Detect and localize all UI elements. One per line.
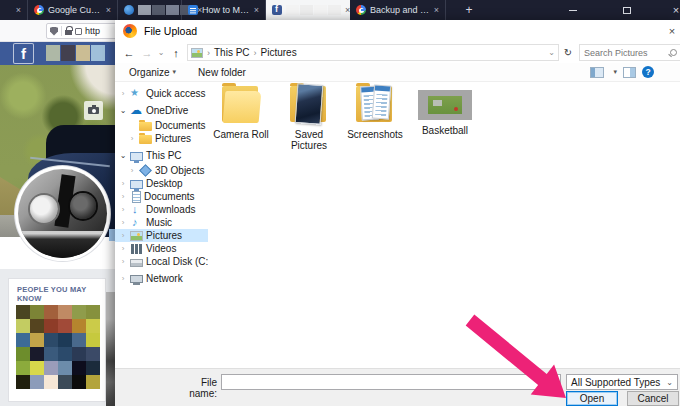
view-caret-icon[interactable]: ▾ — [613, 68, 617, 76]
tree-label: Videos — [146, 243, 176, 254]
browser-toolbar: http — [0, 20, 115, 42]
tab-close-icon[interactable]: × — [16, 6, 21, 15]
window-maximize-button[interactable] — [610, 0, 644, 20]
tree-label: Desktop — [146, 178, 183, 189]
expander-icon[interactable]: › — [128, 166, 136, 175]
tree-item-pictures-selected[interactable]: › Pictures — [115, 229, 208, 242]
search-box[interactable] — [579, 44, 680, 61]
expander-icon[interactable]: › — [119, 274, 127, 283]
browser-tab-bar: × Google Custom Search × × How to Move P… — [0, 0, 680, 20]
dialog-close-icon[interactable]: × — [665, 25, 679, 37]
blurred-suggested-friend-photo[interactable] — [16, 305, 100, 389]
tree-item-documents[interactable]: › Documents — [115, 190, 208, 203]
facebook-header-bar: f — [0, 42, 115, 65]
image-thumbnail — [418, 90, 472, 120]
address-breadcrumb-bar[interactable]: › This PC › Pictures ⌄ — [187, 44, 559, 61]
expander-icon[interactable]: › — [119, 192, 127, 201]
tree-item-this-pc[interactable]: ⌄ This PC — [115, 149, 208, 162]
expander-icon[interactable]: › — [119, 257, 127, 266]
dialog-command-toolbar: Organize ▾ New folder ▾ ? — [115, 63, 680, 82]
folder-camera-roll[interactable]: Camera Roll — [209, 82, 273, 140]
refresh-icon[interactable]: ↻ — [560, 47, 576, 58]
desktop-icon — [130, 180, 143, 189]
url-text: http — [85, 26, 100, 36]
search-icon — [670, 49, 677, 56]
tab-close-icon[interactable]: × — [254, 6, 259, 15]
tree-item-onedrive[interactable]: ⌄ OneDrive — [115, 104, 208, 117]
folder-screenshots[interactable]: Screenshots — [343, 82, 407, 140]
tree-item-quick-access[interactable]: › Quick access — [115, 87, 208, 100]
tab-facebook-active[interactable]: × — [266, 0, 350, 20]
url-bar[interactable]: http — [46, 23, 118, 39]
expander-icon[interactable]: › — [119, 89, 127, 98]
back-button[interactable]: ← — [119, 47, 139, 59]
expander-icon[interactable]: › — [119, 205, 127, 214]
up-button[interactable]: ↑ — [167, 47, 185, 59]
expander-icon[interactable]: ⌄ — [119, 151, 127, 160]
tree-item-onedrive-documents[interactable]: Documents — [115, 119, 208, 132]
search-input[interactable] — [584, 48, 670, 58]
tree-label: 3D Objects — [155, 165, 204, 176]
address-dropdown-icon[interactable]: ⌄ — [548, 48, 555, 57]
lock-icon[interactable] — [65, 30, 72, 35]
help-icon[interactable]: ? — [642, 66, 654, 78]
profile-picture[interactable] — [15, 166, 110, 261]
tab-close-icon[interactable]: × — [106, 6, 111, 15]
tree-item-videos[interactable]: › Videos — [115, 242, 208, 255]
tree-label: Music — [146, 217, 172, 228]
file-name-input[interactable] — [221, 374, 561, 390]
tree-item-local-disk-c[interactable]: › Local Disk (C:) — [115, 255, 208, 268]
new-folder-button[interactable]: New folder — [198, 67, 246, 78]
tree-item-desktop[interactable]: › Desktop — [115, 177, 208, 190]
new-tab-button[interactable]: + — [456, 0, 482, 20]
organize-button[interactable]: Organize — [129, 67, 170, 78]
folder-saved-pictures[interactable]: Saved Pictures — [277, 82, 341, 151]
preview-pane-icon[interactable] — [623, 67, 636, 78]
people-you-may-know-card: PEOPLE YOU MAY KNOW — [8, 278, 106, 402]
tab-close-icon[interactable]: × — [434, 6, 439, 15]
tab-title: Google Custom Search — [48, 5, 102, 15]
network-icon — [130, 275, 143, 283]
permissions-icon[interactable] — [75, 28, 82, 35]
tree-item-onedrive-pictures[interactable]: › Pictures — [115, 132, 208, 145]
breadcrumb-this-pc[interactable]: This PC — [214, 47, 250, 58]
tree-label: Local Disk (C:) — [146, 256, 208, 267]
tree-item-3d-objects[interactable]: › 3D Objects — [115, 164, 208, 177]
forward-button[interactable]: → — [139, 47, 155, 59]
tab-google-custom-search[interactable]: Google Custom Search × — [28, 0, 118, 20]
file-type-dropdown[interactable]: All Supported Types ⌄ — [566, 374, 678, 390]
tab-backup-and-delete[interactable]: Backup and Delete iPhon × — [350, 0, 446, 20]
dialog-navigation-bar: ← → ⌄ ↑ › This PC › Pictures ⌄ ↻ — [115, 42, 680, 63]
open-button[interactable]: Open — [566, 391, 618, 406]
expander-icon[interactable]: › — [119, 179, 127, 188]
tracking-shield-icon[interactable] — [50, 27, 58, 36]
window-minimize-button[interactable] — [556, 0, 590, 20]
image-basketball[interactable]: Basketball — [413, 82, 477, 136]
breadcrumb-pictures[interactable]: Pictures — [261, 47, 297, 58]
tab-partial[interactable]: × — [0, 0, 28, 20]
window-close-button[interactable]: × — [664, 0, 680, 20]
change-view-icon[interactable] — [590, 67, 604, 78]
facebook-page: f PEOPLE YOU MAY KNOW — [0, 42, 115, 406]
tree-item-music[interactable]: › Music — [115, 216, 208, 229]
tree-item-downloads[interactable]: › Downloads — [115, 203, 208, 216]
expander-icon[interactable]: › — [119, 218, 127, 227]
firefox-icon — [123, 24, 137, 38]
document-favicon-icon — [188, 5, 198, 15]
facebook-logo[interactable]: f — [13, 43, 34, 64]
tab-how-to-move-photos[interactable]: How to Move Photos to × — [182, 0, 266, 20]
tree-label: OneDrive — [146, 105, 188, 116]
recent-locations-dropdown-icon[interactable]: ⌄ — [155, 48, 167, 57]
expander-icon[interactable]: › — [119, 231, 127, 240]
expander-icon[interactable]: ⌄ — [119, 106, 127, 115]
expander-icon[interactable]: › — [119, 244, 127, 253]
cancel-button[interactable]: Cancel — [627, 391, 679, 406]
update-cover-photo-camera-icon[interactable] — [84, 101, 103, 120]
file-upload-dialog: File Upload × ← → ⌄ ↑ › This PC › Pictur… — [115, 20, 680, 406]
tree-item-network[interactable]: › Network — [115, 272, 208, 285]
expander-icon[interactable]: › — [128, 134, 136, 143]
music-icon — [130, 217, 143, 229]
dialog-title: File Upload — [144, 25, 197, 37]
tab-redacted[interactable]: × — [118, 0, 182, 20]
tree-label: This PC — [146, 150, 182, 161]
